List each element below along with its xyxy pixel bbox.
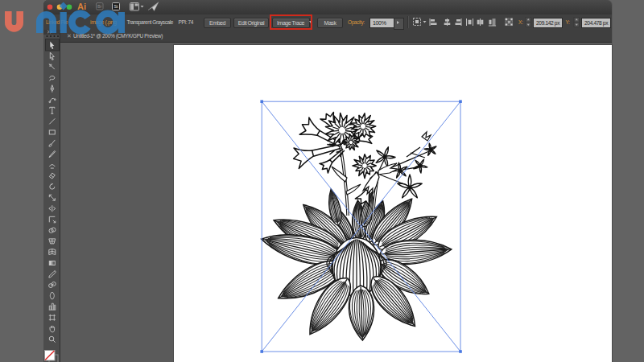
svg-text:Br: Br bbox=[97, 4, 102, 9]
svg-text:St: St bbox=[114, 4, 118, 9]
